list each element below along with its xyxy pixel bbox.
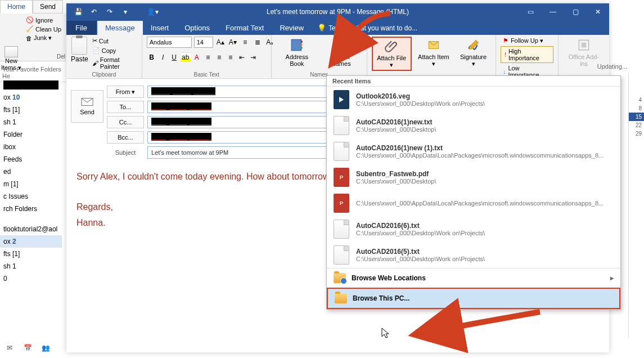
recent-file-item[interactable]: Outlook2016.vegC:\Users\xworl_000\Deskto… (327, 87, 620, 113)
contact-icon[interactable]: 👤▾ (145, 5, 160, 19)
flag-icon: ⚑ (503, 37, 508, 44)
undo-icon[interactable]: ↶ (87, 5, 101, 19)
folder-nav: user@example.c ox 10 fts [1] sh 1 Folder… (0, 79, 62, 338)
bcc-button[interactable]: Bcc... (107, 131, 144, 144)
high-importance-button[interactable]: !High Importance (501, 46, 553, 63)
bg-tab-send[interactable]: Send (33, 0, 63, 14)
cal-num[interactable]: 22 (629, 121, 644, 129)
from-button[interactable]: From ▾ (107, 86, 144, 98)
calendar-icon[interactable]: 📅 (22, 343, 33, 352)
signature-button[interactable]: Signature ▾ (456, 37, 491, 69)
attach-item-button[interactable]: Attach Item ▾ (414, 37, 453, 69)
paste-button[interactable]: Paste (71, 37, 88, 63)
cal-num[interactable]: 29 (629, 129, 644, 138)
bg-tab-home[interactable]: Home (0, 0, 33, 14)
shrink-font-icon[interactable]: A▾ (228, 37, 238, 47)
people-icon[interactable]: 👥 (40, 343, 51, 352)
copy-button[interactable]: 📄 Copy (91, 46, 137, 55)
nav-inbox[interactable]: ox 10 (0, 91, 62, 104)
italic-button[interactable]: I (158, 52, 168, 62)
underline-button[interactable]: U (169, 52, 179, 62)
recent-file-item[interactable]: AutoCAD2016(6).txtC:\Users\xworl_000\Des… (327, 216, 620, 242)
cal-num-today[interactable]: 15 (629, 113, 644, 121)
file-path: C:\Users\xworl_000\Desktop\Work on\Proje… (356, 100, 614, 107)
doc-file-icon (334, 116, 349, 135)
cc-button[interactable]: Cc... (107, 116, 144, 128)
send-button[interactable]: Send (71, 90, 103, 123)
ribbon: Paste ✂ Cut 📄 Copy 🖌 Format Painter Clip… (66, 35, 609, 79)
tab-message[interactable]: Message (97, 21, 143, 35)
recent-items-header: Recent Items (332, 78, 371, 84)
nav-drafts2[interactable]: fts [1] (0, 248, 62, 260)
numbering-icon[interactable]: ≣ (253, 37, 263, 47)
highlight-icon[interactable]: ab (181, 52, 191, 62)
junk-button[interactable]: 🗑Junk ▾ (25, 34, 65, 42)
file-name: AutoCAD2016(1)new.txt (356, 118, 614, 126)
nav-feeds[interactable]: Feeds (0, 153, 62, 165)
annotation-arrow-attach (345, 9, 396, 44)
save-icon[interactable]: 💾 (71, 5, 85, 19)
format-painter-button[interactable]: 🖌 Format Painter (91, 56, 137, 70)
font-size-select[interactable] (194, 37, 213, 48)
nav-m1[interactable]: m [1] (0, 178, 62, 190)
tab-review[interactable]: Review (272, 21, 312, 35)
close-icon[interactable]: ✕ (587, 3, 609, 20)
doc-file-icon (334, 220, 349, 239)
cal-num[interactable]: 8 (629, 104, 644, 113)
file-name: AutoCAD2016(1)new (1).txt (356, 144, 614, 152)
svg-rect-2 (301, 44, 302, 46)
cut-button[interactable]: ✂ Cut (91, 37, 137, 45)
maximize-icon[interactable]: ▢ (564, 3, 587, 20)
down-arrow-icon: ↓ (503, 68, 506, 75)
font-color-icon[interactable]: A (192, 52, 202, 62)
browse-web-locations[interactable]: Browse Web Locations ▸ (327, 268, 620, 288)
nav-n0[interactable]: 0 (0, 272, 62, 285)
indent-icon[interactable]: ⇥ (248, 52, 258, 62)
qat-more-icon[interactable]: ▾ (118, 5, 133, 19)
recent-file-item[interactable]: PC:\Users\xworl_000\AppData\Local\Packag… (327, 190, 620, 216)
cal-num[interactable]: 4 (629, 96, 644, 104)
bold-button[interactable]: B (147, 52, 157, 62)
outdent-icon[interactable]: ⇤ (237, 52, 247, 62)
nav-issues[interactable]: c Issues (0, 190, 62, 203)
grow-font-icon[interactable]: A▴ (215, 37, 226, 47)
tab-insert[interactable]: Insert (143, 21, 177, 35)
recent-file-item[interactable]: AutoCAD2016(1)new (1).txtC:\Users\xworl_… (327, 138, 620, 164)
ignore-button[interactable]: 🚫Ignore (25, 16, 65, 24)
cleanup-button[interactable]: 🧹Clean Up (25, 25, 65, 33)
tab-options[interactable]: Options (177, 21, 218, 35)
ribbon-options-icon[interactable]: ▭ (519, 3, 542, 20)
recent-file-item[interactable]: AutoCAD2016(1)new.txtC:\Users\xworl_000\… (327, 113, 620, 138)
browse-this-pc[interactable]: Browse This PC... (327, 288, 620, 309)
font-name-select[interactable] (147, 37, 192, 48)
followup-button[interactable]: ⚑Follow Up ▾ (501, 37, 553, 45)
redo-icon[interactable]: ↷ (102, 5, 117, 19)
tab-file[interactable]: File (66, 21, 96, 35)
address-book-button[interactable]: Address Book (276, 37, 318, 68)
align-right-icon[interactable]: ≡ (226, 52, 236, 62)
to-button[interactable]: To... (107, 101, 144, 113)
nav-inbox2[interactable]: ox 2 (0, 235, 62, 248)
nav-folder[interactable]: Folder (0, 128, 62, 141)
nav-sh2[interactable]: sh 1 (0, 260, 62, 272)
nav-ed[interactable]: ed (0, 165, 62, 178)
nav-ibox[interactable]: ibox (0, 141, 62, 153)
align-left-icon[interactable]: ≡ (203, 52, 213, 62)
minimize-icon[interactable]: — (542, 3, 564, 20)
tab-format-text[interactable]: Format Text (218, 21, 272, 35)
nav-trash[interactable]: sh 1 (0, 116, 62, 128)
nav-search[interactable]: rch Folders (0, 203, 62, 215)
align-center-icon[interactable]: ≡ (214, 52, 224, 62)
nav-account2[interactable]: tlooktutorial2@aol (0, 223, 62, 235)
exclaim-icon: ! (505, 51, 506, 58)
svg-point-4 (337, 40, 343, 45)
recent-file-item[interactable]: PSubentro_Fastweb.pdfC:\Users\xworl_000\… (327, 164, 620, 190)
nav-drafts[interactable]: fts [1] (0, 104, 62, 116)
bullets-icon[interactable]: ≡ (240, 37, 250, 47)
mail-icon[interactable]: ✉ (4, 343, 15, 352)
updating-label: Updating... (597, 63, 627, 70)
recent-file-item[interactable]: AutoCAD2016(5).txtC:\Users\xworl_000\Des… (327, 242, 620, 268)
basictext-group-label: Basic Text (147, 71, 267, 78)
menu-bar: File Message Insert Options Format Text … (66, 20, 609, 35)
attach-file-dropdown: Recent Items Outlook2016.vegC:\Users\xwo… (326, 75, 621, 310)
